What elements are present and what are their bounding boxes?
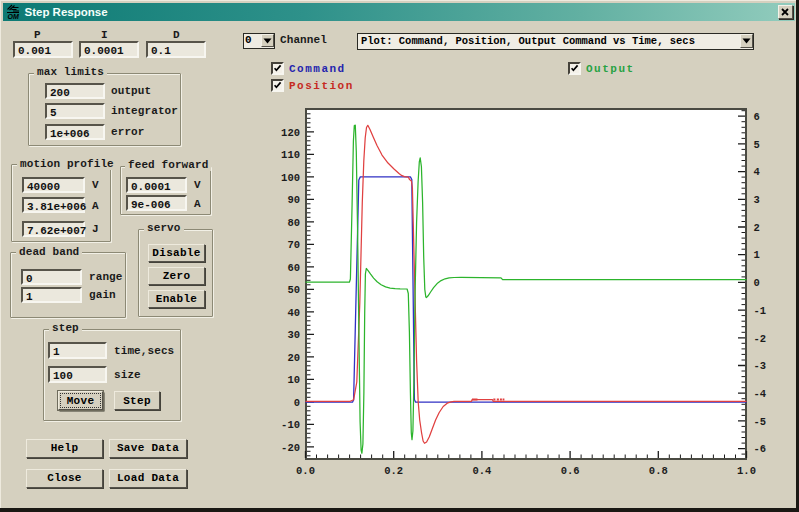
svg-text:-6: -6 bbox=[754, 443, 767, 455]
svg-text:1.0: 1.0 bbox=[737, 465, 756, 477]
svg-text:5: 5 bbox=[754, 139, 760, 151]
svg-text:20: 20 bbox=[287, 352, 300, 364]
svg-text:-4: -4 bbox=[754, 388, 767, 400]
svg-text:120: 120 bbox=[281, 127, 300, 139]
svg-text:6: 6 bbox=[754, 111, 760, 123]
svg-text:0: 0 bbox=[294, 397, 300, 409]
svg-text:4: 4 bbox=[754, 166, 760, 178]
svg-text:40: 40 bbox=[287, 307, 300, 319]
svg-text:60: 60 bbox=[287, 262, 300, 274]
svg-text:30: 30 bbox=[287, 329, 300, 341]
svg-text:100: 100 bbox=[281, 172, 300, 184]
svg-text:-5: -5 bbox=[754, 416, 767, 428]
svg-text:0.4: 0.4 bbox=[472, 465, 491, 477]
svg-text:3: 3 bbox=[754, 194, 760, 206]
svg-text:-3: -3 bbox=[754, 360, 767, 372]
svg-text:2: 2 bbox=[754, 222, 760, 234]
svg-text:0.2: 0.2 bbox=[384, 465, 403, 477]
svg-text:-10: -10 bbox=[281, 419, 300, 431]
svg-text:0.6: 0.6 bbox=[561, 465, 580, 477]
svg-text:10: 10 bbox=[287, 374, 300, 386]
svg-text:80: 80 bbox=[287, 217, 300, 229]
svg-text:-20: -20 bbox=[281, 442, 300, 454]
svg-text:110: 110 bbox=[281, 149, 300, 161]
svg-text:-1: -1 bbox=[754, 305, 767, 317]
svg-text:90: 90 bbox=[287, 194, 300, 206]
svg-text:0.0: 0.0 bbox=[296, 465, 315, 477]
svg-text:50: 50 bbox=[287, 284, 300, 296]
svg-text:0.8: 0.8 bbox=[649, 465, 668, 477]
svg-text:0: 0 bbox=[754, 277, 760, 289]
svg-text:1: 1 bbox=[754, 249, 760, 261]
svg-text:70: 70 bbox=[287, 239, 300, 251]
svg-text:-2: -2 bbox=[754, 333, 767, 345]
